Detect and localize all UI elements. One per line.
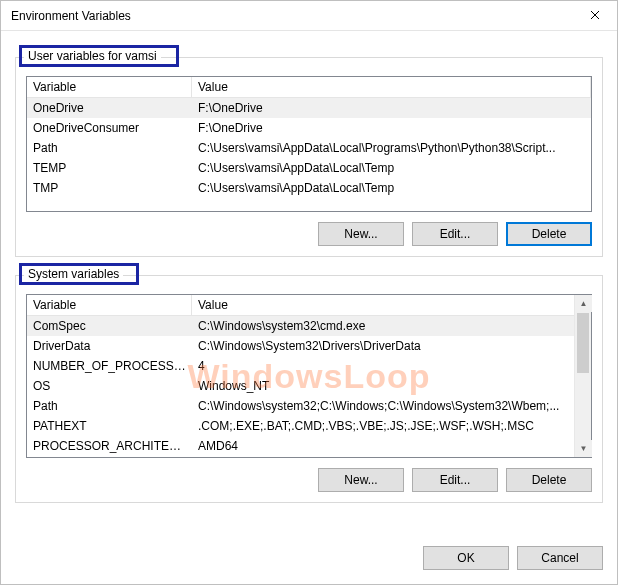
- new-button[interactable]: New...: [318, 222, 404, 246]
- scroll-down-button[interactable]: ▼: [575, 440, 592, 457]
- cell-value: AMD64: [192, 436, 574, 456]
- cancel-button[interactable]: Cancel: [517, 546, 603, 570]
- user-buttons: New... Edit... Delete: [26, 222, 592, 246]
- cell-variable: Path: [27, 138, 192, 158]
- cell-value: C:\Windows\system32;C:\Windows;C:\Window…: [192, 396, 574, 416]
- cell-variable: TEMP: [27, 158, 192, 178]
- table-header: Variable Value: [27, 295, 591, 316]
- delete-button[interactable]: Delete: [506, 222, 592, 246]
- edit-button[interactable]: Edit...: [412, 222, 498, 246]
- cell-value: 4: [192, 356, 574, 376]
- table-row[interactable]: PathC:\Users\vamsi\AppData\Local\Program…: [27, 138, 591, 158]
- table-row[interactable]: NUMBER_OF_PROCESSORS4: [27, 356, 574, 376]
- table-row[interactable]: OneDriveF:\OneDrive: [27, 98, 591, 118]
- system-buttons: New... Edit... Delete: [26, 468, 592, 492]
- delete-button[interactable]: Delete: [506, 468, 592, 492]
- table-row[interactable]: PATHEXT.COM;.EXE;.BAT;.CMD;.VBS;.VBE;.JS…: [27, 416, 574, 436]
- titlebar: Environment Variables: [1, 1, 617, 31]
- cell-variable: NUMBER_OF_PROCESSORS: [27, 356, 192, 376]
- user-variables-table[interactable]: Variable Value OneDriveF:\OneDriveOneDri…: [26, 76, 592, 212]
- dialog-footer: OK Cancel: [423, 546, 603, 570]
- scroll-thumb[interactable]: [577, 313, 589, 373]
- column-header-value[interactable]: Value: [192, 77, 591, 97]
- table-row[interactable]: PROCESSOR_ARCHITECTUREAMD64: [27, 436, 574, 456]
- system-group-label: System variables: [24, 267, 123, 281]
- scrollbar[interactable]: ▲ ▼: [574, 295, 591, 457]
- table-row[interactable]: DriverDataC:\Windows\System32\Drivers\Dr…: [27, 336, 574, 356]
- cell-variable: OneDrive: [27, 98, 192, 118]
- table-row[interactable]: OSWindows_NT: [27, 376, 574, 396]
- table-row[interactable]: TMPC:\Users\vamsi\AppData\Local\Temp: [27, 178, 591, 198]
- table-row[interactable]: ComSpecC:\Windows\system32\cmd.exe: [27, 316, 574, 336]
- cell-variable: OS: [27, 376, 192, 396]
- dialog-content: User variables for vamsi Variable Value …: [1, 31, 617, 503]
- chevron-up-icon: ▲: [580, 300, 588, 308]
- table-row[interactable]: TEMPC:\Users\vamsi\AppData\Local\Temp: [27, 158, 591, 178]
- cell-value: F:\OneDrive: [192, 98, 591, 118]
- column-header-variable[interactable]: Variable: [27, 295, 192, 315]
- cell-variable: ComSpec: [27, 316, 192, 336]
- system-variables-table[interactable]: WindowsLoop Variable Value ComSpecC:\Win…: [26, 294, 592, 458]
- cell-variable: OneDriveConsumer: [27, 118, 192, 138]
- close-button[interactable]: [573, 1, 617, 31]
- cell-variable: TMP: [27, 178, 192, 198]
- window-title: Environment Variables: [11, 9, 573, 23]
- cell-value: C:\Users\vamsi\AppData\Local\Temp: [192, 178, 591, 198]
- edit-button[interactable]: Edit...: [412, 468, 498, 492]
- cell-value: .COM;.EXE;.BAT;.CMD;.VBS;.VBE;.JS;.JSE;.…: [192, 416, 574, 436]
- cell-value: C:\Users\vamsi\AppData\Local\Programs\Py…: [192, 138, 591, 158]
- column-header-value[interactable]: Value: [192, 295, 591, 315]
- system-variables-group: System variables WindowsLoop Variable Va…: [15, 275, 603, 503]
- table-row[interactable]: PathC:\Windows\system32;C:\Windows;C:\Wi…: [27, 396, 574, 416]
- cell-variable: DriverData: [27, 336, 192, 356]
- cell-value: Windows_NT: [192, 376, 574, 396]
- cell-variable: Path: [27, 396, 192, 416]
- cell-variable: PROCESSOR_ARCHITECTURE: [27, 436, 192, 456]
- cell-value: C:\Windows\system32\cmd.exe: [192, 316, 574, 336]
- chevron-down-icon: ▼: [580, 445, 588, 453]
- table-row[interactable]: OneDriveConsumerF:\OneDrive: [27, 118, 591, 138]
- user-variables-group: User variables for vamsi Variable Value …: [15, 57, 603, 257]
- cell-value: C:\Windows\System32\Drivers\DriverData: [192, 336, 574, 356]
- column-header-variable[interactable]: Variable: [27, 77, 192, 97]
- user-group-label: User variables for vamsi: [24, 49, 161, 63]
- cell-value: C:\Users\vamsi\AppData\Local\Temp: [192, 158, 591, 178]
- close-icon: [590, 9, 600, 23]
- cell-value: F:\OneDrive: [192, 118, 591, 138]
- ok-button[interactable]: OK: [423, 546, 509, 570]
- scroll-up-button[interactable]: ▲: [575, 295, 592, 312]
- cell-variable: PATHEXT: [27, 416, 192, 436]
- new-button[interactable]: New...: [318, 468, 404, 492]
- table-header: Variable Value: [27, 77, 591, 98]
